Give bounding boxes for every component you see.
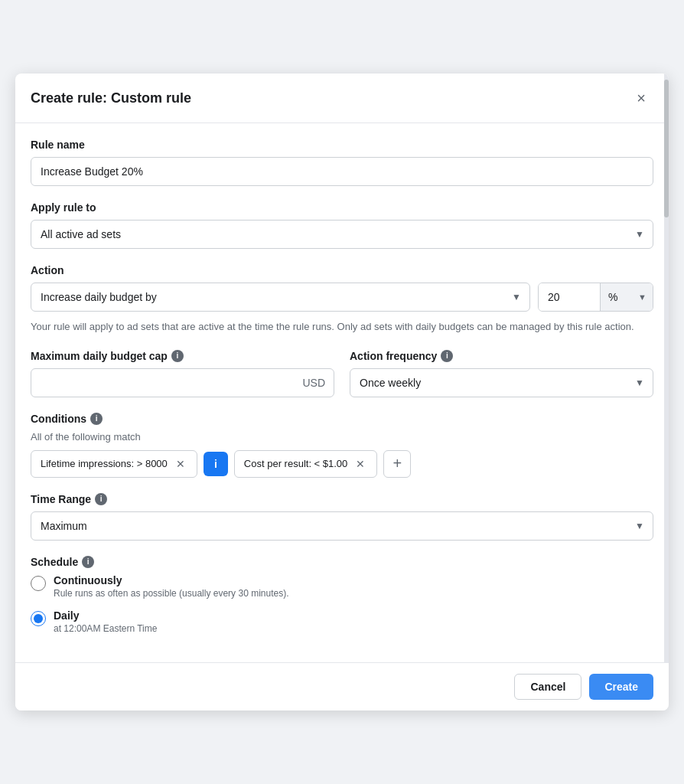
action-frequency-label: Action frequency i [350, 350, 653, 362]
action-frequency-info-icon[interactable]: i [441, 350, 453, 362]
condition-2-pill: Cost per result: < $1.00 ✕ [234, 450, 378, 478]
apply-rule-select-wrapper: All active ad sets All active campaigns … [31, 220, 653, 249]
apply-rule-select[interactable]: All active ad sets All active campaigns … [31, 220, 653, 249]
action-frequency-select[interactable]: Once weekly Daily Once [350, 368, 653, 397]
conditions-row: Lifetime impressions: > 8000 ✕ i Cost pe… [31, 450, 653, 478]
modal-body: Rule name Apply rule to All active ad se… [15, 123, 669, 710]
schedule-daily-subtitle: at 12:00AM Eastern Time [54, 623, 157, 634]
conditions-info-button[interactable]: i [204, 452, 228, 476]
schedule-daily-radio[interactable] [31, 611, 46, 626]
modal-header: Create rule: Custom rule × [15, 74, 669, 123]
schedule-daily-option[interactable]: Daily at 12:00AM Eastern Time [31, 609, 653, 634]
conditions-label: Conditions i [31, 413, 653, 425]
add-condition-button[interactable]: + [383, 450, 411, 478]
schedule-section: Schedule i Continuously Rule runs as oft… [31, 556, 653, 634]
time-range-label: Time Range i [31, 493, 653, 505]
modal-footer: Cancel Create [15, 662, 669, 710]
time-range-select-wrapper: Maximum Today Last 7 days Last 14 days L… [31, 511, 653, 541]
action-type-wrapper: Increase daily budget by Decrease daily … [31, 283, 530, 312]
apply-rule-section: Apply rule to All active ad sets All act… [31, 201, 653, 249]
conditions-subtitle: All of the following match [31, 431, 653, 443]
create-button[interactable]: Create [589, 674, 653, 700]
rule-name-input[interactable] [31, 157, 653, 186]
budget-cap-section: Maximum daily budget cap i USD [31, 350, 334, 397]
schedule-info-icon[interactable]: i [82, 556, 94, 568]
action-unit-select[interactable]: % USD [601, 283, 653, 311]
action-value-wrapper: % USD ▼ [538, 283, 653, 312]
action-section: Action Increase daily budget by Decrease… [31, 264, 653, 335]
action-info-text: Your rule will apply to ad sets that are… [31, 319, 653, 335]
condition-1-pill: Lifetime impressions: > 8000 ✕ [31, 450, 197, 478]
modal-container: Create rule: Custom rule × Rule name App… [15, 74, 669, 710]
action-frequency-section: Action frequency i Once weekly Daily Onc… [350, 350, 653, 397]
budget-frequency-row: Maximum daily budget cap i USD Action fr… [31, 350, 653, 397]
rule-name-section: Rule name [31, 139, 653, 186]
budget-cap-input-wrapper: USD [31, 368, 334, 397]
modal-title: Create rule: Custom rule [31, 90, 191, 106]
cancel-button[interactable]: Cancel [514, 674, 581, 700]
action-value-input[interactable] [539, 283, 600, 311]
condition-1-remove-button[interactable]: ✕ [174, 457, 187, 471]
schedule-continuously-subtitle: Rule runs as often as possible (usually … [54, 588, 288, 599]
scrollbar-thumb [664, 80, 669, 217]
budget-cap-label: Maximum daily budget cap i [31, 350, 334, 362]
conditions-info-icon[interactable]: i [90, 413, 103, 425]
action-frequency-select-wrapper: Once weekly Daily Once ▼ [350, 368, 653, 397]
budget-cap-input[interactable] [31, 368, 334, 397]
schedule-options: Continuously Rule runs as often as possi… [31, 574, 653, 634]
rule-name-label: Rule name [31, 139, 653, 151]
scrollbar-track [664, 74, 669, 710]
time-range-select[interactable]: Maximum Today Last 7 days Last 14 days L… [31, 511, 653, 541]
apply-rule-label: Apply rule to [31, 201, 653, 214]
action-row: Increase daily budget by Decrease daily … [31, 283, 653, 312]
condition-2-remove-button[interactable]: ✕ [353, 457, 367, 471]
action-unit-wrapper: % USD ▼ [600, 283, 653, 311]
conditions-section: Conditions i All of the following match … [31, 413, 653, 478]
schedule-continuously-radio[interactable] [31, 576, 46, 591]
time-range-section: Time Range i Maximum Today Last 7 days L… [31, 493, 653, 541]
schedule-continuously-title: Continuously [54, 574, 288, 586]
schedule-label: Schedule i [31, 556, 653, 568]
schedule-daily-title: Daily [54, 609, 157, 622]
schedule-daily-label: Daily at 12:00AM Eastern Time [54, 609, 157, 634]
time-range-info-icon[interactable]: i [95, 493, 107, 505]
currency-label: USD [302, 377, 325, 389]
action-label: Action [31, 264, 653, 276]
condition-2-text: Cost per result: < $1.00 [244, 458, 348, 469]
schedule-continuously-label: Continuously Rule runs as often as possi… [54, 574, 288, 599]
condition-1-text: Lifetime impressions: > 8000 [41, 458, 168, 469]
action-type-select[interactable]: Increase daily budget by Decrease daily … [31, 283, 530, 312]
close-button[interactable]: × [629, 86, 653, 110]
schedule-continuously-option[interactable]: Continuously Rule runs as often as possi… [31, 574, 653, 599]
budget-cap-info-icon[interactable]: i [171, 350, 184, 362]
